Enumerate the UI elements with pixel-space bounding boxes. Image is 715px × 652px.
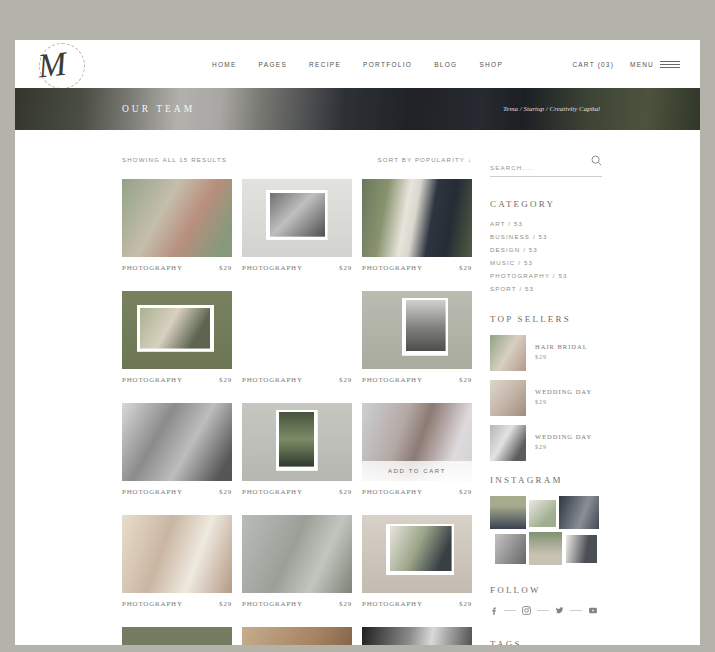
product-card: PHOTOGRAPHY $29 [122, 291, 232, 384]
product-card: PHOTOGRAPHY $29 [362, 515, 472, 608]
product-price: $29 [219, 264, 232, 272]
product-image[interactable] [122, 403, 232, 481]
product-price: $29 [339, 376, 352, 384]
category-link[interactable]: MUSIC / 53 [490, 259, 602, 266]
product-image[interactable] [122, 515, 232, 593]
hero-banner: OUR TEAM Tema / Startup / Creativity Cap… [15, 88, 700, 130]
product-title[interactable]: PHOTOGRAPHY [362, 600, 423, 608]
top-seller-item[interactable]: WEDDING DAY $29 [490, 425, 602, 461]
product-title[interactable]: PHOTOGRAPHY [122, 600, 183, 608]
top-seller-thumbnail[interactable] [490, 425, 526, 461]
nav-link[interactable]: PAGES [259, 61, 287, 68]
category-link[interactable]: BUSINESS / 53 [490, 233, 602, 240]
instagram-thumbnail[interactable] [566, 535, 597, 563]
sort-dropdown[interactable]: SORT BY POPULARITY ↓ [378, 156, 472, 163]
search-icon[interactable] [591, 155, 602, 166]
product-card [242, 627, 352, 645]
instagram-heading: INSTAGRAM [490, 475, 602, 485]
product-grid: PHOTOGRAPHY $29 PHOTOGRAPHY $29 [122, 179, 472, 645]
instagram-thumbnail[interactable] [490, 496, 526, 529]
product-image[interactable] [242, 515, 352, 593]
product-image[interactable] [242, 179, 352, 257]
nav-link[interactable]: RECIPE [309, 61, 341, 68]
top-seller-thumbnail[interactable] [490, 380, 526, 416]
site-logo[interactable]: M [39, 43, 85, 89]
product-image[interactable] [122, 291, 232, 369]
shop-sidebar: CATEGORY ART / 53 BUSINESS / 53 DESIGN /… [490, 156, 602, 645]
product-title[interactable]: PHOTOGRAPHY [362, 488, 423, 496]
product-image[interactable] [242, 291, 352, 369]
instagram-thumbnail[interactable] [495, 534, 526, 564]
product-title[interactable]: PHOTOGRAPHY [242, 264, 303, 272]
cart-button[interactable]: CART (03) [572, 61, 614, 68]
top-seller-name[interactable]: WEDDING DAY [535, 433, 592, 440]
top-seller-item[interactable]: WEDDING DAY $29 [490, 380, 602, 416]
category-link[interactable]: ART / 53 [490, 220, 602, 227]
product-card: ADD TO CART PHOTOGRAPHY $29 [362, 403, 472, 496]
top-seller-item[interactable]: HAIR BRIDAL $29 [490, 335, 602, 371]
sort-arrow-icon: ↓ [468, 156, 472, 163]
top-seller-name[interactable]: WEDDING DAY [535, 388, 592, 395]
header-right: CART (03) MENU [572, 40, 680, 88]
instagram-thumbnail[interactable] [529, 500, 556, 527]
category-link[interactable]: SPORT / 53 [490, 285, 602, 292]
menu-button[interactable]: MENU [630, 59, 680, 70]
product-price: $29 [459, 376, 472, 384]
category-link[interactable]: DESIGN / 53 [490, 246, 602, 253]
nav-link[interactable]: HOME [212, 61, 237, 68]
instagram-thumbnail[interactable] [529, 532, 562, 565]
search-box [490, 156, 602, 177]
product-image[interactable] [362, 515, 472, 593]
product-title[interactable]: PHOTOGRAPHY [242, 600, 303, 608]
product-image[interactable]: ADD TO CART [362, 403, 472, 481]
menu-label: MENU [630, 61, 654, 68]
product-title[interactable]: PHOTOGRAPHY [242, 376, 303, 384]
product-image[interactable] [242, 627, 352, 645]
product-card: PHOTOGRAPHY $29 [242, 291, 352, 384]
product-title[interactable]: PHOTOGRAPHY [122, 488, 183, 496]
product-card: PHOTOGRAPHY $29 [362, 179, 472, 272]
category-heading: CATEGORY [490, 199, 602, 209]
page-title: OUR TEAM [122, 104, 195, 114]
product-price: $29 [219, 376, 232, 384]
add-to-cart-button[interactable]: ADD TO CART [362, 461, 472, 481]
shop-main: SHOWING ALL 15 RESULTS SORT BY POPULARIT… [122, 156, 472, 645]
nav-link[interactable]: BLOG [434, 61, 457, 68]
product-title[interactable]: PHOTOGRAPHY [242, 488, 303, 496]
product-image[interactable] [362, 291, 472, 369]
twitter-icon[interactable] [555, 606, 564, 615]
instagram-thumbnail[interactable] [559, 496, 599, 529]
nav-link[interactable]: SHOP [479, 61, 503, 68]
facebook-icon[interactable] [490, 607, 498, 615]
category-link[interactable]: PHOTOGRAPHY / 53 [490, 272, 602, 279]
content-area: SHOWING ALL 15 RESULTS SORT BY POPULARIT… [15, 130, 700, 645]
nav-link[interactable]: PORTFOLIO [363, 61, 412, 68]
search-input[interactable] [490, 164, 602, 177]
product-image[interactable] [362, 179, 472, 257]
top-seller-name[interactable]: HAIR BRIDAL [535, 343, 588, 350]
follow-heading: FOLLOW [490, 585, 602, 595]
product-title[interactable]: PHOTOGRAPHY [122, 376, 183, 384]
results-count: SHOWING ALL 15 RESULTS [122, 156, 227, 163]
instagram-icon[interactable] [522, 606, 531, 615]
product-price: $29 [339, 264, 352, 272]
product-price: $29 [459, 488, 472, 496]
product-price: $29 [339, 600, 352, 608]
product-card [122, 627, 232, 645]
site-header: M HOME PAGES RECIPE PORTFOLIO BLOG SHOP … [15, 40, 700, 88]
top-seller-thumbnail[interactable] [490, 335, 526, 371]
tags-widget: TAGS Cosmeti – Cozy – Face – Fish – Gold… [490, 639, 602, 645]
product-image[interactable] [242, 403, 352, 481]
divider [504, 610, 516, 611]
product-image[interactable] [122, 627, 232, 645]
top-seller-price: $29 [535, 399, 592, 405]
product-price: $29 [219, 488, 232, 496]
product-image[interactable] [122, 179, 232, 257]
product-title[interactable]: PHOTOGRAPHY [362, 376, 423, 384]
youtube-icon[interactable] [588, 606, 598, 615]
product-image[interactable] [362, 627, 472, 645]
product-card: PHOTOGRAPHY $29 [242, 179, 352, 272]
product-title[interactable]: PHOTOGRAPHY [122, 264, 183, 272]
social-icons [490, 606, 602, 615]
product-title[interactable]: PHOTOGRAPHY [362, 264, 423, 272]
